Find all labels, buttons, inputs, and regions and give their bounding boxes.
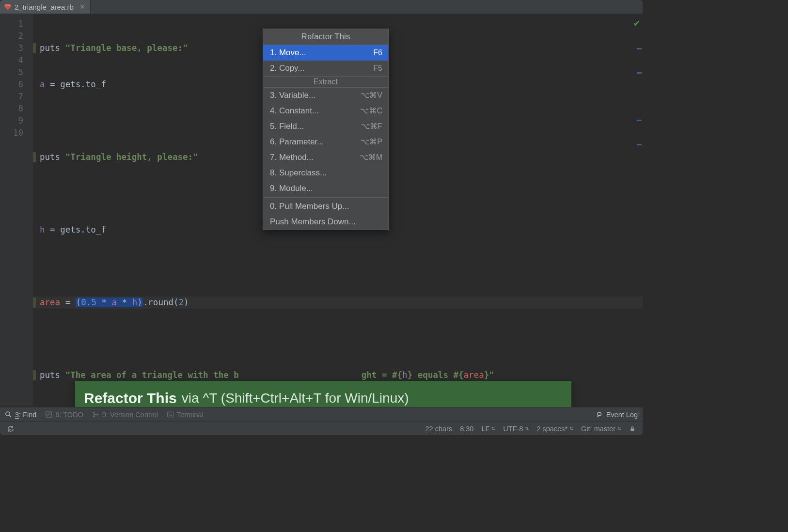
line-number: 8	[0, 103, 23, 115]
event-log-icon	[596, 411, 603, 418]
ruby-file-icon	[4, 3, 12, 11]
hint-title: Refactor This	[84, 390, 177, 407]
popup-section-extract: Extract	[263, 76, 388, 88]
selection: (0.5 * a * h)	[76, 297, 143, 307]
hint-text: via ^T (Shift+Ctrl+Alt+T for Win/Linux)	[182, 391, 409, 406]
line-number: 10	[0, 127, 23, 139]
tab-filename: 2_triangle_area.rb	[15, 3, 74, 11]
tool-event-log[interactable]: Event Log	[596, 411, 638, 419]
line-number: 4	[0, 54, 23, 66]
line-number: 2	[0, 30, 23, 42]
status-caret-position[interactable]: 8:30	[460, 425, 473, 433]
popup-item-pull-up[interactable]: 0. Pull Members Up...	[263, 199, 388, 214]
popup-item-move[interactable]: 1. Move... F6	[263, 45, 388, 61]
svg-point-7	[96, 414, 98, 416]
line-number: 5	[0, 66, 23, 78]
svg-point-6	[93, 415, 95, 417]
change-marker	[33, 43, 36, 53]
line-number: 6	[0, 78, 23, 91]
svg-point-2	[6, 412, 10, 416]
code-line-8[interactable]: area = (0.5 * a * h).round(2)	[33, 297, 643, 309]
status-git-branch[interactable]: Git: master ⇅	[581, 425, 621, 433]
status-indent[interactable]: 2 spaces* ⇅	[536, 425, 573, 433]
stripe-mark[interactable]	[637, 48, 642, 49]
popup-item-label: 7. Method...	[270, 152, 314, 163]
popup-item-field[interactable]: 5. Field...⌥⌘F	[263, 119, 388, 134]
popup-item-module[interactable]: 9. Module...	[263, 181, 388, 196]
popup-item-parameter[interactable]: 6. Parameter...⌥⌘P	[263, 134, 388, 150]
change-marker	[33, 297, 36, 308]
line-number: 3	[0, 42, 23, 54]
dropdown-arrows-icon: ⇅	[569, 426, 573, 431]
stripe-mark[interactable]	[637, 120, 642, 121]
popup-separator	[263, 197, 388, 198]
svg-line-3	[9, 415, 11, 417]
popup-item-label: 6. Parameter...	[270, 136, 324, 148]
dropdown-arrows-icon: ⇅	[617, 426, 621, 431]
stripe-mark[interactable]	[637, 144, 642, 145]
popup-item-shortcut: F5	[373, 63, 382, 74]
status-line-separator[interactable]: LF ⇅	[481, 425, 495, 433]
popup-item-label: 4. Constant...	[270, 105, 319, 117]
popup-item-label: 3. Variable...	[270, 90, 315, 101]
dropdown-arrows-icon: ⇅	[525, 426, 529, 431]
popup-title: Refactor This	[263, 29, 388, 45]
popup-item-shortcut: ⌥⌘F	[361, 121, 382, 132]
line-number: 9	[0, 115, 23, 127]
change-marker	[33, 152, 36, 162]
error-stripe: ✔	[636, 14, 643, 406]
terminal-icon	[167, 411, 174, 418]
line-number-gutter: 1 2 3 4 5 6 7 8 9 10	[0, 14, 33, 406]
editor-tab-active[interactable]: 2_triangle_area.rb ✕	[0, 0, 91, 14]
code-line-9[interactable]	[33, 333, 643, 345]
svg-marker-1	[4, 4, 11, 6]
status-bg-tasks[interactable]	[7, 425, 15, 433]
code-line-10[interactable]: puts "The area of a triangle with the bx…	[33, 369, 643, 381]
inspection-ok-icon[interactable]: ✔	[634, 17, 640, 29]
svg-rect-9	[598, 413, 601, 416]
line-number: 7	[0, 91, 23, 103]
code-line-7[interactable]	[33, 260, 643, 272]
tool-event-log-label: Event Log	[606, 411, 638, 419]
popup-item-shortcut: ⌥⌘M	[360, 152, 382, 163]
popup-item-label: 2. Copy...	[270, 63, 305, 74]
popup-item-push-down[interactable]: Push Members Down...	[263, 214, 388, 230]
close-tab-icon[interactable]: ✕	[79, 3, 85, 11]
status-selection-chars: 22 chars	[426, 425, 453, 433]
popup-item-label: 9. Module...	[270, 183, 313, 194]
popup-item-variable[interactable]: 3. Variable...⌥⌘V	[263, 88, 388, 103]
status-encoding[interactable]: UTF-8 ⇅	[503, 425, 529, 433]
popup-item-method[interactable]: 7. Method...⌥⌘M	[263, 150, 388, 165]
change-marker	[33, 370, 36, 380]
tool-vcs[interactable]: 9: Version Control	[92, 411, 158, 419]
tool-find-label: 3: Find	[15, 411, 36, 419]
sync-icon	[7, 425, 15, 433]
popup-item-label: 0. Pull Members Up...	[270, 201, 349, 212]
popup-item-label: 1. Move...	[270, 47, 306, 59]
tool-terminal-label: Terminal	[177, 411, 204, 419]
tool-todo-label: 6: TODO	[55, 411, 83, 419]
popup-item-shortcut: ⌥⌘P	[361, 136, 382, 148]
popup-item-superclass[interactable]: 8. Superclass...	[263, 165, 388, 181]
svg-rect-10	[631, 428, 634, 431]
tool-find[interactable]: 3: Find	[5, 411, 36, 419]
popup-item-copy[interactable]: 2. Copy... F5	[263, 61, 388, 76]
popup-item-shortcut: ⌥⌘V	[361, 90, 382, 101]
popup-item-shortcut: ⌥⌘C	[360, 105, 382, 117]
tool-todo[interactable]: 6: TODO	[45, 411, 83, 419]
popup-item-label: 5. Field...	[270, 121, 304, 132]
lock-icon	[629, 425, 636, 432]
stripe-mark[interactable]	[637, 72, 642, 74]
tool-window-strip: 3: Find 6: TODO 9: Version Control Termi…	[0, 407, 643, 422]
status-bar: 22 chars 8:30 LF ⇅ UTF-8 ⇅ 2 spaces* ⇅ G…	[0, 422, 643, 435]
svg-point-5	[93, 412, 95, 414]
search-icon	[5, 411, 12, 418]
popup-item-label: Push Members Down...	[270, 216, 356, 228]
tab-bar: 2_triangle_area.rb ✕	[0, 0, 643, 14]
popup-item-label: 8. Superclass...	[270, 167, 327, 179]
status-readonly-toggle[interactable]	[629, 425, 636, 432]
tool-terminal[interactable]: Terminal	[167, 411, 204, 419]
popup-item-constant[interactable]: 4. Constant...⌥⌘C	[263, 103, 388, 119]
refactor-popup: Refactor This 1. Move... F6 2. Copy... F…	[263, 29, 389, 230]
line-number: 1	[0, 18, 23, 30]
